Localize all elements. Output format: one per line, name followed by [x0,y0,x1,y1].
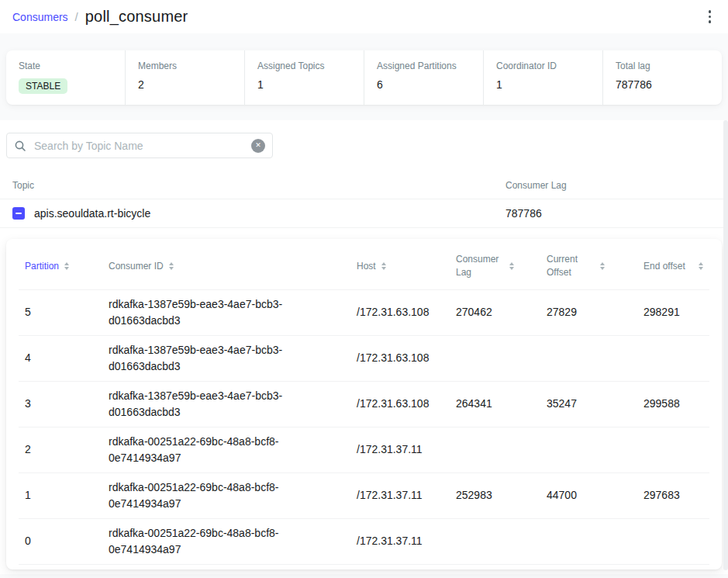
end-offset-cell [637,427,709,472]
topic-name[interactable]: apis.seouldata.rt-bicycle [34,207,150,220]
consumer-lag-cell: 252983 [450,472,540,518]
page-title: poll_consumer [85,8,188,26]
partition-cell: 4 [19,335,102,381]
partitions-card: Partition Consumer ID Host Consumer Lag [6,239,722,569]
sort-icon [64,262,69,270]
breadcrumb-consumers-link[interactable]: Consumers [12,11,68,23]
topics-header-consumer-lag: Consumer Lag [505,180,728,191]
consumer-id-cell: rdkafka-00251a22-69bc-48a8-bcf8-0e741493… [102,472,350,518]
host-cell: /172.31.63.108 [350,289,450,335]
sort-icon [381,262,386,270]
consumer-lag-cell: 264341 [450,381,540,427]
current-offset-cell: 35247 [540,381,637,427]
consumer-lag-cell [450,518,540,564]
topic-row[interactable]: apis.seouldata.rt-bicycle 787786 [0,199,728,228]
minus-icon [16,213,22,214]
consumer-lag-cell [450,335,540,381]
current-offset-cell [540,518,637,564]
partition-row: 2 rdkafka-00251a22-69bc-48a8-bcf8-0e7414… [19,427,709,472]
metric-assigned-partitions: Assigned Partitions 6 [364,50,484,105]
breadcrumb-separator: / [75,10,78,23]
breadcrumb: Consumers / poll_consumer [12,8,188,26]
consumer-id-cell: rdkafka-00251a22-69bc-48a8-bcf8-0e741493… [102,427,350,472]
metric-label: Coordinator ID [496,61,590,71]
metric-assigned-topics: Assigned Topics 1 [245,50,364,105]
current-offset-cell: 27829 [540,289,637,335]
host-cell: /172.31.37.11 [350,518,450,564]
sort-header-end-offset[interactable]: End offset [637,242,709,289]
metrics-card: State STABLE Members 2 Assigned Topics 1… [6,50,722,105]
search-input[interactable] [33,139,245,153]
partition-cell: 2 [19,427,102,472]
consumer-lag-cell [450,427,540,472]
metric-label: Total lag [616,61,709,71]
metric-members: Members 2 [126,50,245,105]
sort-header-current-offset[interactable]: Current Offset [540,242,637,289]
current-offset-cell [540,427,637,472]
topics-header-topic: Topic [0,180,505,191]
sort-icon [600,262,605,270]
partition-cell: 0 [19,518,102,564]
metric-coordinator-id: Coordinator ID 1 [484,50,603,105]
partitions-header-row: Partition Consumer ID Host Consumer Lag [19,242,709,289]
sort-header-partition[interactable]: Partition [19,242,102,289]
current-offset-cell: 44700 [540,472,637,518]
end-offset-cell [637,518,709,564]
kebab-menu-icon [709,10,712,23]
topics-table-header: Topic Consumer Lag [0,177,728,199]
state-badge: STABLE [19,78,67,94]
partition-row: 3 rdkafka-1387e59b-eae3-4ae7-bcb3-d01663… [19,381,709,427]
end-offset-cell: 299588 [637,381,709,427]
content: ✕ Topic Consumer Lag apis.seouldata.rt-b… [0,120,728,574]
metric-label: Assigned Partitions [377,61,471,71]
metric-value: 787786 [616,78,709,91]
end-offset-cell: 298291 [637,289,709,335]
page-header: Consumers / poll_consumer [0,0,728,33]
end-offset-cell: 297683 [637,472,709,518]
metric-state: State STABLE [6,50,126,105]
host-cell: /172.31.37.11 [350,427,450,472]
partition-cell: 3 [19,381,102,427]
end-offset-cell [637,335,709,381]
partitions-table: Partition Consumer ID Host Consumer Lag [19,242,709,565]
partition-cell: 5 [19,289,102,335]
partition-row: 4 rdkafka-1387e59b-eae3-4ae7-bcb3-d01663… [19,335,709,381]
search-icon [14,140,26,152]
sort-header-host[interactable]: Host [350,242,450,289]
sort-header-consumer-lag[interactable]: Consumer Lag [450,242,540,289]
collapse-topic-checkbox[interactable] [12,207,25,220]
partition-cell: 1 [19,472,102,518]
consumer-lag-cell: 270462 [450,289,540,335]
metric-value: 2 [138,78,232,91]
topics-table: Topic Consumer Lag apis.seouldata.rt-bic… [0,177,728,228]
host-cell: /172.31.63.108 [350,381,450,427]
consumer-id-cell: rdkafka-1387e59b-eae3-4ae7-bcb3-d01663da… [102,335,350,381]
host-cell: /172.31.37.11 [350,472,450,518]
current-offset-cell [540,335,637,381]
clear-search-icon[interactable]: ✕ [251,139,265,153]
partition-row: 5 rdkafka-1387e59b-eae3-4ae7-bcb3-d01663… [19,289,709,335]
partition-row: 1 rdkafka-00251a22-69bc-48a8-bcf8-0e7414… [19,472,709,518]
topic-consumer-lag-value: 787786 [505,207,728,220]
metric-total-lag: Total lag 787786 [603,50,722,105]
consumer-id-cell: rdkafka-1387e59b-eae3-4ae7-bcb3-d01663da… [102,289,350,335]
metric-value: 6 [377,78,471,91]
metric-label: Members [138,61,232,71]
host-cell: /172.31.63.108 [350,335,450,381]
search-box: ✕ [6,133,273,158]
metric-label: Assigned Topics [257,61,351,71]
sort-icon [509,262,514,270]
sort-icon [699,262,703,270]
metric-value: 1 [257,78,351,91]
sort-icon [169,262,174,270]
consumer-group-menu-button[interactable] [704,6,716,27]
metrics-strip: State STABLE Members 2 Assigned Topics 1… [0,33,728,120]
metric-value: 1 [496,78,590,91]
metric-label: State [19,61,112,71]
partition-row: 0 rdkafka-00251a22-69bc-48a8-bcf8-0e7414… [19,518,709,564]
sort-header-consumer-id[interactable]: Consumer ID [102,242,350,289]
consumer-id-cell: rdkafka-1387e59b-eae3-4ae7-bcb3-d01663da… [102,381,350,427]
consumer-id-cell: rdkafka-00251a22-69bc-48a8-bcf8-0e741493… [102,518,350,564]
scrollbar-track[interactable] [723,120,728,570]
search-row: ✕ [0,120,728,166]
